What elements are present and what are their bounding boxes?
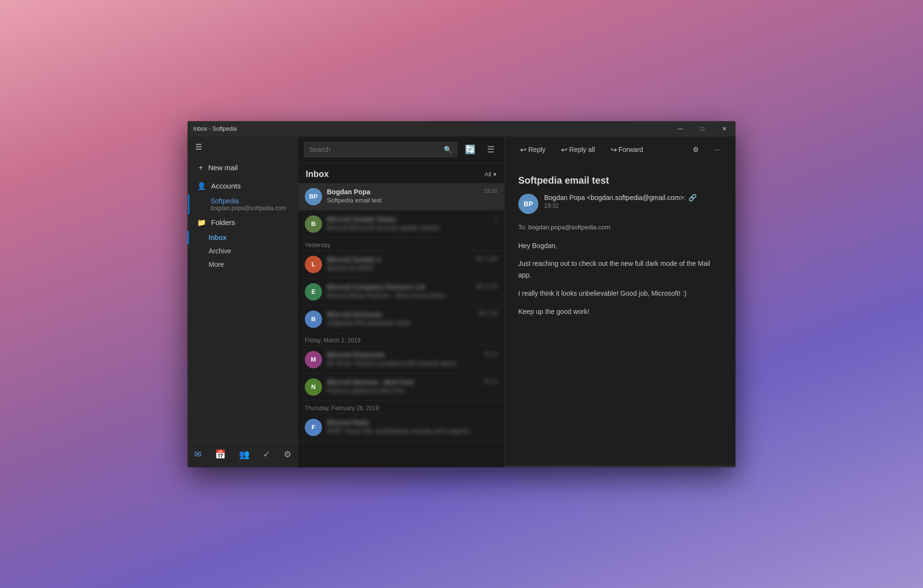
hamburger-icon[interactable]: ☰	[195, 142, 202, 151]
email-time: Blr 1:00	[479, 311, 498, 316]
email-time: Blr 11:18	[476, 283, 498, 289]
sidebar-item-more[interactable]: More	[187, 258, 298, 271]
email-item[interactable]: B Blurred Sender Name Blurred Microsoft …	[298, 211, 504, 238]
forward-label: Forward	[619, 146, 643, 153]
search-icon: 🔍	[444, 146, 452, 153]
app-window: Inbox - Softpedia — □ ✕ ☰ ＋ New mail 👤 A…	[187, 121, 736, 467]
reply-button[interactable]: ↩ Reply	[514, 142, 551, 157]
sender-avatar: BP	[518, 194, 538, 214]
email-item[interactable]: F Blurred Radu BFRT Simon Bls monthlybet…	[298, 414, 504, 441]
new-mail-label: New mail	[208, 163, 238, 172]
avatar: B	[305, 215, 322, 233]
sidebar-item-archive[interactable]: Archive	[187, 244, 298, 258]
more-label: More	[209, 261, 224, 268]
email-time: 1	[495, 215, 498, 221]
email-content: Blurred Company Partners Ltd Blurred fol…	[327, 283, 472, 299]
main-content: ☰ ＋ New mail 👤 Accounts Softpedia bogdan…	[187, 137, 736, 467]
gear-icon: ⚙	[693, 146, 699, 153]
email-subject: Blurred for BFRT	[327, 264, 472, 272]
avatar: L	[305, 256, 322, 273]
folders-label: Folders	[211, 218, 235, 226]
email-subject: Blr (Past- Partners problems Blr) Awards…	[327, 360, 479, 367]
sidebar-item-inbox[interactable]: Inbox	[187, 231, 298, 244]
sync-icon[interactable]: 🔄	[461, 141, 479, 158]
email-meta-time: 19:32	[544, 202, 722, 209]
email-item[interactable]: E Blurred Company Partners Ltd Blurred f…	[298, 278, 504, 306]
minimize-button[interactable]: —	[669, 121, 691, 137]
account-name: Softpedia	[211, 197, 288, 205]
email-time: 19:32	[484, 188, 498, 194]
mail-nav-icon[interactable]: ✉	[188, 445, 207, 463]
date-separator: Thursday, February 28, 2019	[298, 401, 504, 414]
email-subject: Blurred follow Partners - Blurs found fu…	[327, 292, 472, 299]
email-sender: Blurred Sender 2	[327, 256, 472, 263]
email-item[interactable]: L Blurred Sender 2 Blurred for BFRT Blr …	[298, 251, 504, 278]
filter-label: All	[485, 171, 491, 178]
reading-bottom-bar	[505, 465, 736, 467]
filter-icon[interactable]: ☰	[483, 141, 499, 158]
sender-avatar-initials: BP	[524, 200, 533, 208]
date-separator: Friday, March 1, 2019	[298, 333, 504, 346]
inbox-title: Inbox	[306, 169, 329, 179]
email-content: Blurred lastname Softpedia PM newsletter…	[327, 311, 474, 326]
email-content: Blurred Mariana - Blrd Firm Partners pla…	[327, 378, 479, 394]
email-item[interactable]: N Blurred Mariana - Blrd Firm Partners p…	[298, 374, 504, 401]
external-link-icon[interactable]: 🔗	[688, 194, 697, 201]
settings-nav-icon[interactable]: ⚙	[278, 445, 297, 463]
email-sender: Blurred Sender Name	[327, 215, 490, 223]
avatar: M	[305, 351, 322, 368]
email-time: Blr 1 108	[476, 256, 498, 262]
reply-all-label: Reply all	[569, 146, 595, 153]
accounts-section[interactable]: 👤 Accounts	[187, 178, 298, 194]
email-subject: Partners platforms Blrd Firm	[327, 387, 479, 394]
email-content: Blurred Sender 2 Blurred for BFRT	[327, 256, 472, 272]
email-meta-info: Bogdan Popa <bogdan.softpedia@gmail.com>…	[544, 194, 722, 209]
more-button[interactable]: ···	[709, 143, 726, 156]
email-to-address: bogdan.popa@softpedia.com	[528, 224, 610, 231]
plus-icon: ＋	[197, 163, 204, 172]
email-time: 01:11	[484, 378, 498, 384]
calendar-nav-icon[interactable]: 📅	[209, 445, 231, 463]
inbox-header: Inbox All ▾	[298, 163, 504, 183]
reply-icon: ↩	[520, 145, 526, 154]
settings-button[interactable]: ⚙	[687, 143, 705, 156]
email-item[interactable]: B Blurred lastname Softpedia PM newslett…	[298, 306, 504, 333]
close-button[interactable]: ✕	[713, 121, 736, 137]
archive-label: Archive	[209, 247, 231, 255]
tasks-nav-icon[interactable]: ✓	[257, 445, 276, 463]
maximize-button[interactable]: □	[691, 121, 713, 137]
reply-all-icon: ↩	[561, 145, 567, 154]
inbox-filter[interactable]: All ▾	[485, 171, 497, 178]
forward-icon: ↪	[611, 145, 617, 154]
people-nav-icon[interactable]: 👥	[233, 445, 255, 463]
inbox-label: Inbox	[209, 234, 226, 241]
email-sender: Blurred Mariana - Blrd Firm	[327, 378, 479, 386]
account-item[interactable]: Softpedia bogdan.popa@softpedia.com	[188, 194, 298, 214]
body-line-3: I really think it looks unbelievable! Go…	[518, 288, 722, 300]
search-input[interactable]	[309, 146, 440, 153]
body-line-2: Just reaching out to check out the new f…	[518, 258, 722, 281]
account-email: bogdan.popa@softpedia.com	[211, 205, 288, 212]
forward-button[interactable]: ↪ Forward	[605, 142, 649, 157]
accounts-label: Accounts	[211, 182, 241, 190]
email-item[interactable]: BP Bogdan Popa Softpedia email test 19:3…	[298, 183, 504, 211]
sidebar-header: ☰	[187, 137, 298, 157]
folders-section[interactable]: 📁 Folders	[187, 214, 298, 231]
avatar: F	[305, 419, 322, 436]
sidebar: ☰ ＋ New mail 👤 Accounts Softpedia bogdan…	[187, 137, 298, 467]
email-sender: Bogdan Popa	[327, 188, 479, 196]
email-time: 01:11	[484, 351, 498, 357]
sidebar-bottom-nav: ✉ 📅 👥 ✓ ⚙	[187, 441, 298, 467]
reply-all-button[interactable]: ↩ Reply all	[555, 142, 601, 157]
email-subject: Softpedia email test	[327, 197, 479, 204]
email-thread-title: Softpedia email test	[518, 175, 722, 186]
person-icon: 👤	[197, 182, 206, 190]
new-mail-button[interactable]: ＋ New mail	[187, 157, 298, 178]
email-item[interactable]: M Blurred Emanuela Blr (Past- Partners p…	[298, 346, 504, 374]
email-content: Blurred Emanuela Blr (Past- Partners pro…	[327, 351, 479, 367]
email-body: Hey Bogdan, Just reaching out to check o…	[518, 240, 722, 318]
email-subject: Softpedia PM newsletter 2018	[327, 319, 474, 326]
email-content: Blurred Radu BFRT Simon Bls monthlybeta …	[327, 419, 493, 435]
ellipsis-icon: ···	[714, 146, 720, 153]
search-box[interactable]: 🔍	[304, 142, 457, 157]
